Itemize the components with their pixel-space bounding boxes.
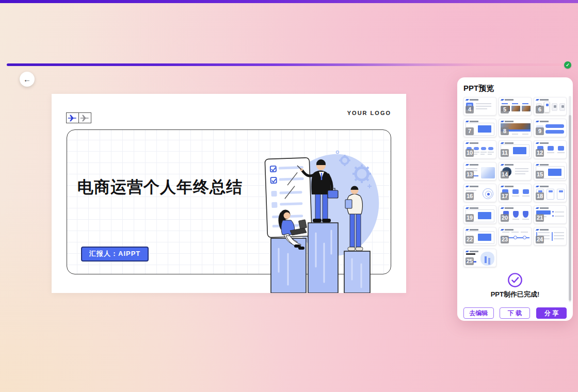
slide-thumbnail[interactable]: 23	[499, 227, 532, 246]
completion-status-text: PPT制作已完成!	[457, 290, 573, 299]
slide-thumbnail[interactable]: 12	[534, 140, 567, 159]
edit-button[interactable]: 去编辑	[463, 307, 494, 319]
slide-number-badge: 12	[536, 149, 544, 157]
slide-thumbnail[interactable]: 25	[463, 249, 496, 267]
panel-scrollbar-thumb[interactable]	[569, 115, 571, 301]
slide-thumbnail[interactable]: 11	[499, 140, 532, 159]
slide-thumbnail[interactable]: 7	[463, 119, 496, 137]
slide-number-badge: 24	[536, 236, 544, 243]
slide-number-badge: 4	[465, 106, 474, 113]
slide-number-badge: 15	[536, 171, 544, 178]
presenter-badge: 汇报人：AIPPT	[81, 247, 149, 262]
slide-number-badge: 17	[501, 192, 509, 200]
arrow-left-icon: ←	[23, 75, 31, 83]
generation-progress-line	[7, 63, 565, 66]
ppt-preview-panel: PPT预览 4567891011121314151617181920212223…	[457, 77, 573, 321]
slide-number-badge: 6	[536, 106, 544, 113]
slide-thumbnail[interactable]: 21	[534, 205, 567, 224]
slide-number-badge: 7	[465, 127, 474, 135]
slide-number-badge: 21	[536, 214, 544, 222]
slide-thumbnail[interactable]: 5	[499, 97, 532, 116]
slide-number-badge: 20	[501, 214, 509, 222]
slide-thumbnail[interactable]: 8	[499, 119, 532, 137]
download-button[interactable]: 下 载	[500, 307, 530, 319]
slide-preview: YOUR LOGO 电商运营个人年终总结 汇报人：AIPPT	[52, 94, 406, 293]
slide-number-badge: 16	[465, 192, 474, 200]
slide-number-badge: 23	[501, 236, 509, 243]
slide-thumbnail[interactable]: 20	[499, 205, 532, 224]
plane-icons-group	[66, 112, 91, 123]
slide-number-badge: 10	[465, 149, 474, 157]
slide-logo: YOUR LOGO	[347, 110, 391, 116]
paper-plane-icon-blue	[66, 112, 79, 123]
slide-number-badge: 22	[465, 236, 474, 243]
slide-thumbnail[interactable]: 13	[463, 162, 496, 181]
slide-title: 电商运营个人年终总结	[77, 176, 243, 198]
slide-number-badge: 8	[501, 127, 509, 135]
slide-thumbnail[interactable]: 14	[499, 162, 532, 181]
slide-thumbnail[interactable]: 16	[463, 184, 496, 202]
back-button[interactable]: ←	[20, 72, 35, 87]
app-screen: ✓ ← YOUR LOGO 电商运营个人年终总结 汇报人：AIPPT	[0, 0, 578, 392]
slide-number-badge: 9	[536, 127, 544, 135]
green-check-icon: ✓	[564, 61, 571, 69]
slide-number-badge: 18	[536, 192, 544, 200]
slide-thumbnail[interactable]: 24	[534, 227, 567, 246]
slide-thumbnail[interactable]: 9	[534, 119, 567, 137]
slide-thumbnail[interactable]: 22	[463, 227, 496, 246]
slide-number-badge: 25	[465, 257, 474, 265]
slide-number-badge: 5	[501, 106, 509, 113]
slide-thumbnail[interactable]: 4	[463, 97, 496, 116]
slide-number-badge: 14	[501, 171, 509, 178]
slide-thumbnail[interactable]: 6	[534, 97, 567, 116]
slide-illustration	[258, 143, 387, 293]
slide-thumbnail[interactable]: 17	[499, 184, 532, 202]
slide-number-badge: 19	[465, 214, 474, 222]
purple-check-circle-icon	[507, 272, 523, 288]
slide-thumbnail-grid: 45678910111213141516171819202122232425	[463, 97, 567, 267]
paper-plane-icon-gray	[78, 112, 91, 123]
slide-thumbnail[interactable]: 19	[463, 205, 496, 224]
slide-number-badge: 11	[501, 149, 509, 157]
panel-title: PPT预览	[463, 84, 494, 93]
slide-number-badge: 13	[465, 171, 474, 178]
top-accent-bar	[0, 0, 578, 3]
panel-scrollbar-track	[569, 96, 571, 302]
share-button[interactable]: 分 享	[536, 307, 567, 319]
slide-thumbnail[interactable]: 15	[534, 162, 567, 181]
slide-thumbnail[interactable]: 18	[534, 184, 567, 202]
slide-thumbnail[interactable]: 10	[463, 140, 496, 159]
